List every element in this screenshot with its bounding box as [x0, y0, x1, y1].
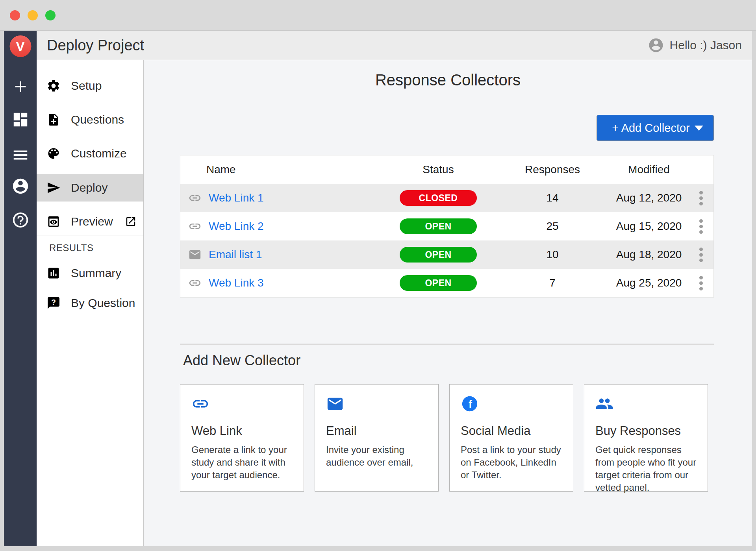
help-icon[interactable]: [11, 211, 30, 229]
account-icon[interactable]: [11, 177, 30, 195]
sidebar-divider: [37, 235, 143, 235]
card-title: Social Media: [461, 424, 562, 438]
sidebar-item-customize[interactable]: Customize: [37, 137, 143, 170]
table-header-row: Name Status Responses Modified: [180, 155, 713, 184]
collector-name-link[interactable]: Email list 1: [209, 248, 262, 261]
responses-count: 14: [495, 192, 610, 204]
sidebar-item-label: Preview: [71, 215, 113, 228]
table-row: Web Link 2 OPEN 25 Aug 15, 2020: [180, 212, 713, 240]
gear-icon: [46, 79, 61, 93]
project-sidebar: Setup Questions Customize Deploy Pr: [37, 60, 144, 546]
status-badge: OPEN: [400, 218, 477, 234]
card-description: Post a link to your study on Facebook, L…: [461, 444, 562, 481]
responses-count: 25: [495, 220, 610, 233]
collector-type-card[interactable]: Email Invite your existing audience over…: [315, 384, 439, 492]
close-button[interactable]: [10, 10, 20, 20]
link-icon: [191, 407, 209, 414]
collector-name-link[interactable]: Web Link 1: [209, 192, 264, 204]
card-title: Buy Responses: [595, 424, 697, 438]
add-icon[interactable]: [11, 78, 30, 96]
icon-rail: V: [4, 31, 37, 546]
row-menu-button[interactable]: [697, 274, 705, 293]
table-row: Email list 1 OPEN 10 Aug 18, 2020: [180, 240, 713, 269]
app-header: Deploy Project Hello :) Jason: [37, 31, 752, 60]
sidebar-item-label: Setup: [71, 79, 102, 92]
sidebar-item-label: By Question: [71, 296, 135, 310]
sidebar-item-summary[interactable]: Summary: [37, 258, 143, 288]
status-badge: CLOSED: [400, 190, 477, 206]
add-collector-label: + Add Collector: [607, 122, 695, 135]
user-avatar-icon: [648, 37, 664, 54]
menu-icon[interactable]: [11, 146, 30, 164]
column-header-responses: Responses: [495, 163, 610, 176]
responses-count: 10: [495, 248, 610, 261]
bar-chart-icon: [46, 266, 61, 280]
collector-name-link[interactable]: Web Link 3: [209, 277, 264, 289]
app-window: V Deploy Project Hello :) Jason: [4, 31, 752, 546]
column-header-modified: Modified: [610, 163, 688, 176]
responses-count: 7: [495, 277, 610, 289]
greeting-text: Hello :) Jason: [670, 39, 742, 52]
column-header-status: Status: [381, 163, 495, 176]
question-bubble-icon: ?: [46, 296, 61, 310]
row-menu-button[interactable]: [697, 217, 705, 236]
note-add-icon: [46, 113, 61, 127]
collector-cards: Web Link Generate a link to your study a…: [180, 384, 708, 492]
link-icon: [188, 191, 202, 205]
dashboard-icon[interactable]: [11, 111, 30, 129]
collector-type-card[interactable]: Web Link Generate a link to your study a…: [180, 384, 304, 492]
row-menu-button[interactable]: [697, 189, 705, 208]
preview-eye-icon: [46, 214, 61, 229]
sidebar-item-deploy[interactable]: Deploy: [37, 174, 143, 202]
people-icon: [595, 407, 613, 414]
facebook-icon: f: [461, 407, 479, 414]
palette-icon: [46, 146, 61, 161]
table-row: Web Link 3 OPEN 7 Aug 25, 2020: [180, 269, 713, 297]
minimize-button[interactable]: [28, 10, 38, 20]
modified-date: Aug 18, 2020: [610, 248, 688, 261]
status-badge: OPEN: [400, 247, 477, 263]
svg-text:f: f: [469, 398, 472, 410]
modified-date: Aug 25, 2020: [610, 277, 688, 289]
card-description: Invite your existing audience over email…: [326, 444, 427, 469]
email-icon: [188, 248, 202, 261]
card-description: Get quick responses from people who fit …: [595, 444, 697, 494]
window-titlebar: [0, 0, 756, 31]
open-in-new-icon: [125, 216, 137, 227]
add-new-collector-heading: Add New Collector: [183, 352, 300, 369]
card-title: Email: [326, 424, 427, 438]
maximize-button[interactable]: [45, 10, 56, 20]
collectors-table: Name Status Responses Modified Web Link …: [180, 155, 714, 298]
sidebar-item-questions[interactable]: Questions: [37, 103, 143, 137]
sidebar-item-by-question[interactable]: ? By Question: [37, 288, 143, 318]
app-logo: V: [9, 35, 31, 57]
chevron-down-icon: [695, 126, 703, 131]
modified-date: Aug 15, 2020: [610, 220, 688, 233]
add-collector-button[interactable]: + Add Collector: [597, 115, 714, 141]
modified-date: Aug 12, 2020: [610, 192, 688, 204]
user-menu[interactable]: Hello :) Jason: [648, 37, 742, 54]
collector-name-link[interactable]: Web Link 2: [209, 220, 264, 233]
send-icon: [46, 181, 61, 195]
table-row: Web Link 1 CLOSED 14 Aug 12, 2020: [180, 184, 713, 212]
sidebar-item-label: Customize: [71, 147, 127, 160]
card-description: Generate a link to your study and share …: [191, 444, 293, 481]
svg-text:?: ?: [51, 298, 56, 307]
collector-table-body: Web Link 1 CLOSED 14 Aug 12, 2020 Web Li…: [180, 184, 713, 297]
sidebar-item-label: Summary: [71, 266, 121, 280]
sidebar-item-setup[interactable]: Setup: [37, 69, 143, 103]
card-title: Web Link: [191, 424, 293, 438]
page-title: Deploy Project: [47, 37, 144, 54]
email-icon: [326, 407, 344, 414]
collector-type-card[interactable]: Buy Responses Get quick responses from p…: [584, 384, 708, 492]
main-content: Response Collectors + Add Collector Name…: [144, 60, 752, 546]
results-section-label: RESULTS: [37, 242, 143, 253]
collector-type-card[interactable]: f Social Media Post a link to your study…: [449, 384, 573, 492]
sidebar-item-preview[interactable]: Preview: [37, 208, 143, 235]
link-icon: [188, 276, 202, 290]
row-menu-button[interactable]: [697, 245, 705, 264]
link-icon: [188, 220, 202, 233]
sidebar-item-label: Questions: [71, 113, 124, 126]
section-divider: [180, 344, 714, 345]
status-badge: OPEN: [400, 275, 477, 291]
